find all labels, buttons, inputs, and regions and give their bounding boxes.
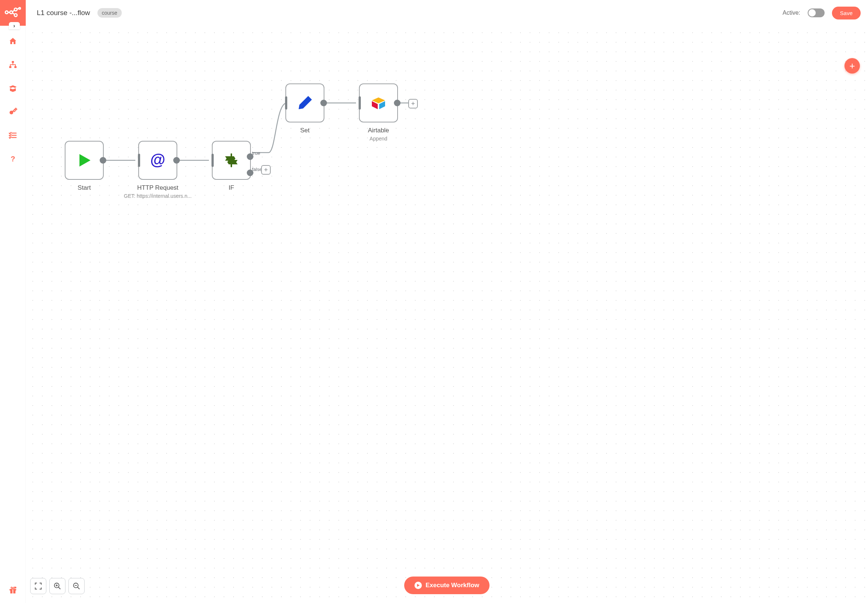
play-circle-icon	[415, 582, 422, 589]
zoom-out-button[interactable]	[68, 578, 85, 594]
svg-line-8	[17, 9, 19, 9]
branch-icon	[222, 151, 241, 170]
canvas-wrap: Start @ HTTP Request GET: https://intern…	[26, 26, 868, 603]
active-label: Active:	[783, 9, 800, 16]
main-area: L1 course -...flow course Active: Save	[26, 0, 868, 603]
sidebar: › ?	[0, 0, 26, 603]
canvas-controls	[30, 578, 85, 594]
save-button[interactable]: Save	[832, 7, 861, 20]
sidebar-item-executions[interactable]	[8, 131, 17, 140]
svg-marker-26	[227, 160, 238, 164]
workflow-tag[interactable]: course	[97, 8, 122, 18]
sidebar-expand-toggle[interactable]: ›	[9, 22, 20, 29]
input-port[interactable]	[285, 96, 287, 110]
svg-point-17	[14, 587, 16, 589]
active-toggle[interactable]	[808, 8, 825, 17]
box-open-icon	[8, 84, 17, 93]
svg-line-7	[12, 13, 14, 14]
sidebar-nav: ?	[8, 37, 17, 163]
svg-text:?: ?	[10, 155, 15, 163]
fit-view-icon	[34, 582, 42, 590]
output-port-false[interactable]: false	[247, 170, 254, 176]
sidebar-item-home[interactable]	[8, 37, 17, 46]
n8n-logo-icon	[5, 5, 21, 21]
airtable-icon	[369, 94, 388, 112]
svg-rect-10	[9, 66, 11, 68]
key-icon	[8, 107, 17, 116]
home-icon	[8, 37, 17, 46]
node-label: HTTP Request GET: https://internal.users…	[117, 184, 198, 199]
output-port[interactable]	[320, 100, 327, 106]
svg-line-31	[59, 587, 61, 589]
svg-line-35	[77, 587, 80, 589]
play-icon	[75, 151, 93, 170]
sidebar-item-help[interactable]: ?	[8, 155, 17, 163]
edges-layer	[26, 26, 868, 603]
svg-line-6	[12, 10, 14, 12]
sidebar-item-credentials[interactable]	[8, 107, 17, 116]
node-if[interactable]: true false + IF	[212, 141, 251, 180]
sidebar-item-workflows[interactable]	[8, 60, 17, 69]
node-label: Airtable Append	[338, 127, 419, 142]
svg-marker-37	[417, 584, 420, 587]
fit-view-button[interactable]	[30, 578, 46, 594]
output-port[interactable]	[100, 157, 106, 164]
node-set[interactable]: Set	[285, 83, 324, 122]
svg-rect-11	[14, 66, 17, 68]
input-port[interactable]	[138, 154, 140, 167]
workflow-canvas[interactable]: Start @ HTTP Request GET: https://intern…	[26, 26, 868, 603]
input-port[interactable]	[212, 154, 214, 167]
toggle-knob	[808, 9, 816, 17]
node-label: Set	[265, 127, 345, 134]
execute-workflow-button[interactable]: Execute Workflow	[404, 577, 489, 594]
node-airtable[interactable]: + Airtable Append	[359, 83, 398, 122]
workflow-icon	[8, 60, 17, 69]
svg-rect-9	[12, 61, 14, 63]
list-check-icon	[8, 131, 17, 140]
svg-rect-16	[12, 589, 13, 594]
svg-point-4	[19, 7, 21, 9]
zoom-out-icon	[73, 582, 80, 590]
sidebar-item-gift[interactable]	[8, 585, 17, 594]
add-node-after-false[interactable]: +	[261, 165, 271, 175]
at-sign-icon: @	[149, 151, 167, 170]
svg-marker-22	[79, 154, 90, 167]
output-port-true[interactable]: true	[247, 153, 254, 160]
sidebar-item-templates[interactable]	[8, 84, 17, 93]
workflow-title[interactable]: L1 course -...flow	[37, 9, 90, 17]
topbar: L1 course -...flow course Active: Save	[26, 0, 868, 26]
output-port[interactable]	[173, 157, 180, 164]
zoom-in-icon	[53, 582, 62, 590]
node-http-request[interactable]: @ HTTP Request GET: https://internal.use…	[138, 141, 177, 180]
execute-label: Execute Workflow	[425, 582, 479, 589]
svg-text:@: @	[150, 151, 166, 169]
gift-icon	[8, 585, 17, 594]
add-node-after[interactable]: +	[408, 99, 418, 108]
question-icon: ?	[8, 155, 17, 163]
app-logo[interactable]: ›	[0, 0, 26, 26]
input-port[interactable]	[359, 96, 361, 110]
zoom-in-button[interactable]	[49, 578, 65, 594]
chevron-right-icon: ›	[13, 23, 15, 29]
add-node-fab[interactable]: +	[845, 58, 860, 74]
node-start[interactable]: Start	[65, 141, 104, 180]
output-port[interactable]	[394, 100, 401, 106]
node-label: Start	[44, 184, 125, 192]
node-label: IF	[191, 184, 272, 192]
pencil-icon	[296, 94, 314, 112]
